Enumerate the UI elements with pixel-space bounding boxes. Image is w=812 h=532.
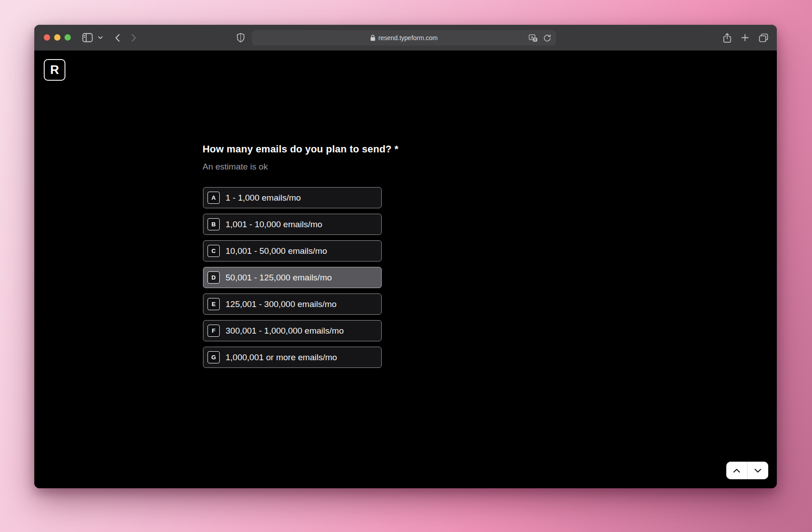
new-tab-button[interactable] bbox=[739, 25, 751, 50]
option-e[interactable]: E 125,001 - 300,000 emails/mo bbox=[203, 294, 382, 315]
tab-overview-button[interactable] bbox=[757, 25, 770, 50]
option-d[interactable]: D 50,001 - 125,000 emails/mo bbox=[203, 267, 382, 288]
option-label: 1,000,001 or more emails/mo bbox=[226, 353, 337, 362]
chevron-down-icon bbox=[754, 468, 761, 473]
option-key-badge: E bbox=[208, 298, 220, 310]
chevron-up-icon bbox=[733, 468, 740, 473]
tabs-icon bbox=[759, 33, 768, 42]
browser-toolbar: resend.typeform.com A $ bbox=[34, 25, 777, 50]
privacy-report-button[interactable] bbox=[235, 25, 246, 50]
desktop-background: resend.typeform.com A $ bbox=[0, 0, 812, 532]
previous-question-button[interactable] bbox=[726, 462, 747, 479]
option-key-badge: G bbox=[208, 351, 220, 363]
option-a[interactable]: A 1 - 1,000 emails/mo bbox=[203, 187, 382, 208]
chevron-down-icon bbox=[98, 36, 103, 39]
lock-icon bbox=[370, 35, 375, 41]
option-key-badge: A bbox=[208, 192, 220, 204]
share-icon bbox=[723, 33, 731, 43]
option-c[interactable]: C 10,001 - 50,000 emails/mo bbox=[203, 240, 382, 261]
option-f[interactable]: F 300,001 - 1,000,000 emails/mo bbox=[203, 320, 382, 341]
option-g[interactable]: G 1,000,001 or more emails/mo bbox=[203, 347, 382, 368]
question-title: How many emails do you plan to send? * bbox=[203, 143, 398, 155]
address-bar[interactable]: resend.typeform.com A $ bbox=[252, 30, 556, 46]
minimize-button[interactable] bbox=[54, 34, 60, 41]
url-text: resend.typeform.com bbox=[378, 34, 438, 41]
option-label: 10,001 - 50,000 emails/mo bbox=[226, 246, 327, 256]
forward-button[interactable] bbox=[128, 25, 139, 50]
sidebar-icon bbox=[82, 33, 93, 42]
sidebar-dropdown-button[interactable] bbox=[96, 25, 104, 50]
zoom-button[interactable] bbox=[65, 34, 71, 41]
back-icon bbox=[115, 34, 120, 42]
option-label: 125,001 - 300,000 emails/mo bbox=[226, 299, 337, 309]
brand-logo: R bbox=[44, 59, 65, 81]
sidebar-toggle-button[interactable] bbox=[81, 25, 94, 50]
option-key-badge: F bbox=[208, 325, 220, 337]
browser-window: resend.typeform.com A $ bbox=[34, 25, 777, 488]
reload-button[interactable] bbox=[544, 34, 551, 42]
option-key-badge: D bbox=[208, 271, 220, 284]
form-page: R How many emails do you plan to send? *… bbox=[34, 50, 777, 488]
option-label: 1 - 1,000 emails/mo bbox=[226, 193, 301, 203]
option-label: 300,001 - 1,000,000 emails/mo bbox=[226, 326, 344, 336]
translate-button[interactable]: A $ bbox=[529, 34, 538, 42]
option-label: 50,001 - 125,000 emails/mo bbox=[226, 273, 332, 283]
question-subtitle: An estimate is ok bbox=[203, 162, 268, 172]
form-navigation bbox=[726, 462, 768, 479]
back-button[interactable] bbox=[112, 25, 123, 50]
answer-options: A 1 - 1,000 emails/mo B 1,001 - 10,000 e… bbox=[203, 187, 382, 368]
option-key-badge: B bbox=[208, 218, 220, 230]
traffic-lights bbox=[44, 34, 71, 41]
option-label: 1,001 - 10,000 emails/mo bbox=[226, 220, 322, 229]
shield-icon bbox=[237, 33, 245, 42]
required-marker: * bbox=[394, 143, 398, 155]
option-key-badge: C bbox=[208, 245, 220, 257]
share-button[interactable] bbox=[721, 25, 733, 50]
forward-icon bbox=[131, 34, 136, 42]
option-b[interactable]: B 1,001 - 10,000 emails/mo bbox=[203, 214, 382, 235]
next-question-button[interactable] bbox=[747, 462, 768, 479]
svg-text:$: $ bbox=[534, 38, 536, 41]
logo-letter: R bbox=[50, 63, 59, 77]
plus-icon bbox=[741, 34, 749, 41]
close-button[interactable] bbox=[44, 34, 50, 41]
